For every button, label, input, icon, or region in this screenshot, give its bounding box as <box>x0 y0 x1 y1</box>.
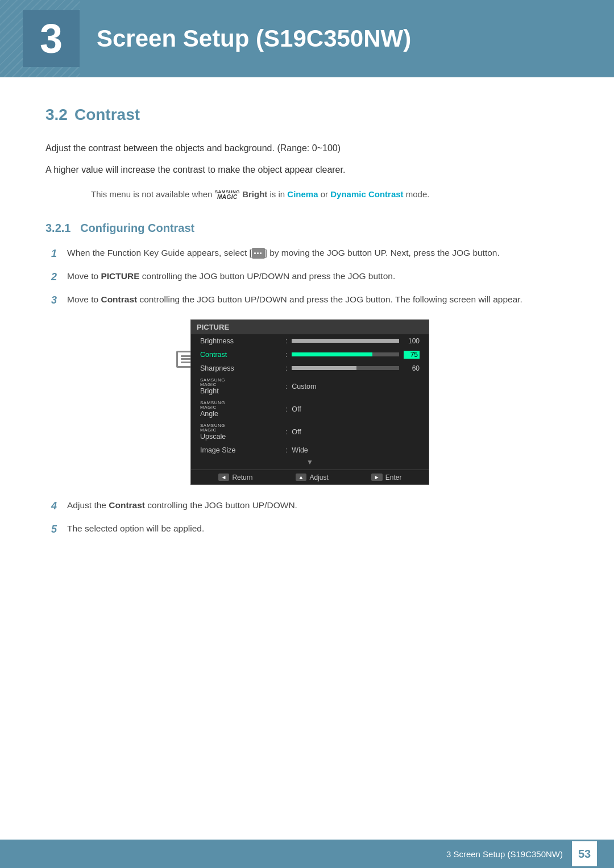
osd-val-imagesize: Wide <box>292 446 308 454</box>
osd-footer-adjust: ▲ Adjust <box>296 474 329 481</box>
step-5-content: The selected option will be applied. <box>67 522 569 535</box>
chapter-number: 3 <box>40 18 63 59</box>
step-3-number: 3 <box>51 293 67 308</box>
steps-list: 1 When the Function Key Guide appears, s… <box>51 246 569 537</box>
osd-label-imagesize: Image Size <box>200 446 285 454</box>
osd-row-brightness: Brightness : 100 <box>191 334 429 348</box>
osd-label-upscale: SAMSUNGMAGICUpscale <box>200 423 285 441</box>
osd-value-sharpness: 60 <box>404 364 420 372</box>
note-bright: Bright <box>242 189 269 199</box>
page-header: 3 Screen Setup (S19C350NW) <box>0 0 614 77</box>
note-middle: is in <box>270 189 288 199</box>
osd-label-sharpness: Sharpness <box>200 364 285 372</box>
osd-row-upscale: SAMSUNGMAGICUpscale : Off <box>191 421 429 443</box>
osd-btn-adjust: ▲ <box>296 474 307 481</box>
osd-row-sharpness: Sharpness : 60 <box>191 362 429 375</box>
osd-title-text: PICTURE <box>197 323 229 331</box>
section-title-text: Contrast <box>74 106 140 124</box>
osd-sep-angle: : <box>285 405 287 413</box>
osd-row-contrast: Contrast : 75 <box>191 348 429 362</box>
step-2-content: Move to PICTURE controlling the JOG butt… <box>67 269 569 283</box>
osd-bar-contrast: 75 <box>292 351 420 359</box>
osd-fill-brightness <box>292 339 399 343</box>
description-1: Adjust the contrast between the objects … <box>45 141 569 156</box>
osd-row-bright: SAMSUNGMAGICBright : Custom <box>191 375 429 398</box>
osd-sep-brightness: : <box>285 337 287 345</box>
step-5: 5 The selected option will be applied. <box>51 522 569 537</box>
section-heading: 3.2 Contrast <box>45 106 569 124</box>
step-4: 4 Adjust the Contrast controlling the JO… <box>51 499 569 514</box>
page-footer: 3 Screen Setup (S19C350NW) 53 <box>0 840 614 868</box>
osd-sep-upscale: : <box>285 428 287 436</box>
osd-sep-contrast: : <box>285 351 287 359</box>
osd-track-brightness <box>292 339 399 343</box>
osd-label-angle: SAMSUNGMAGICAngle <box>200 401 285 418</box>
osd-label-contrast: Contrast <box>200 351 285 359</box>
footer-text: 3 Screen Setup (S19C350NW) <box>446 849 563 859</box>
step-3: 3 Move to Contrast controlling the JOG b… <box>51 293 569 308</box>
chapter-box: 3 <box>23 10 80 67</box>
osd-row-imagesize: Image Size : Wide <box>191 443 429 457</box>
osd-footer-return-label: Return <box>232 474 252 481</box>
osd-value-contrast: 75 <box>404 351 420 359</box>
osd-btn-enter: ► <box>371 474 383 481</box>
osd-bar-brightness: 100 <box>292 337 420 345</box>
header-title: Screen Setup (S19C350NW) <box>97 25 411 52</box>
step-2-bold: PICTURE <box>101 271 139 281</box>
osd-sep-sharpness: : <box>285 364 287 372</box>
osd-footer-adjust-label: Adjust <box>309 474 328 481</box>
osd-row-angle: SAMSUNGMAGICAngle : Off <box>191 398 429 421</box>
step-4-number: 4 <box>51 499 67 514</box>
osd-value-brightness: 100 <box>404 337 420 345</box>
note-end: mode. <box>406 189 430 199</box>
osd-footer-enter: ► Enter <box>371 474 402 481</box>
step-1-number: 1 <box>51 246 67 261</box>
osd-sep-imagesize: : <box>285 446 287 454</box>
note-cinema: Cinema <box>287 189 318 199</box>
osd-footer-enter-label: Enter <box>385 474 402 481</box>
osd-fill-contrast <box>292 352 372 356</box>
note-box: This menu is not available when SAMSUNG … <box>91 188 523 201</box>
description-2: A higher value will increase the contras… <box>45 163 569 177</box>
step-5-number: 5 <box>51 522 67 537</box>
subsection-heading: 3.2.1 Configuring Contrast <box>45 222 569 235</box>
osd-track-sharpness <box>292 366 399 370</box>
main-content: 3.2 Contrast Adjust the contrast between… <box>0 77 614 591</box>
step-4-bold: Contrast <box>109 500 145 510</box>
step-3-content: Move to Contrast controlling the JOG but… <box>67 293 569 306</box>
osd-footer-return: ◄ Return <box>218 474 253 481</box>
step-1-content: When the Function Key Guide appears, sel… <box>67 246 569 259</box>
osd-val-upscale: Off <box>292 428 301 436</box>
osd-val-angle: Off <box>292 405 301 413</box>
osd-fill-sharpness <box>292 366 356 370</box>
jog-icon: ▪▪▪ <box>252 248 265 259</box>
osd-label-bright: SAMSUNGMAGICBright <box>200 378 285 395</box>
osd-screen: PICTURE Brightness : 100 Contrast <box>190 319 429 485</box>
samsung-magic-label: SAMSUNG MAGIC <box>215 190 240 200</box>
osd-btn-return: ◄ <box>218 474 230 481</box>
subsection-title-text: Configuring Contrast <box>80 222 194 234</box>
note-or: or <box>321 189 331 199</box>
footer-page-number: 53 <box>572 841 597 866</box>
step-3-bold: Contrast <box>101 294 137 304</box>
osd-sep-bright: : <box>285 383 287 391</box>
step-2: 2 Move to PICTURE controlling the JOG bu… <box>51 269 569 285</box>
osd-label-brightness: Brightness <box>200 337 285 345</box>
osd-footer: ◄ Return ▲ Adjust ► Enter <box>191 470 429 484</box>
note-text: This menu is not available when <box>91 189 215 199</box>
osd-title-bar: PICTURE <box>191 320 429 334</box>
osd-val-bright: Custom <box>292 383 316 391</box>
osd-track-contrast <box>292 352 399 356</box>
step-4-content: Adjust the Contrast controlling the JOG … <box>67 499 569 512</box>
note-dynamic: Dynamic Contrast <box>330 189 403 199</box>
subsection-number: 3.2.1 <box>45 222 70 234</box>
osd-bar-sharpness: 60 <box>292 364 420 372</box>
osd-wrapper: PICTURE Brightness : 100 Contrast <box>51 319 569 485</box>
osd-more-indicator: ▼ <box>191 457 429 467</box>
section-number: 3.2 <box>45 106 68 124</box>
step-1: 1 When the Function Key Guide appears, s… <box>51 246 569 261</box>
step-2-number: 2 <box>51 269 67 285</box>
